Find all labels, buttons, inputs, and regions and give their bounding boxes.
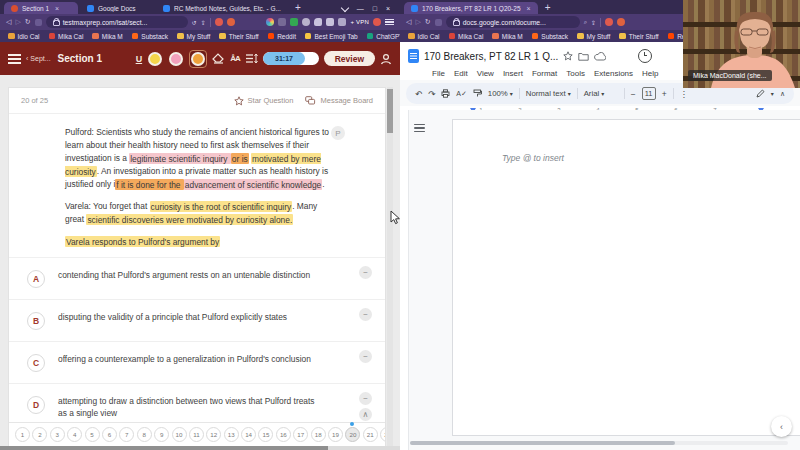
browser-tab[interactable]: Google Docs	[80, 2, 154, 14]
question-number-button[interactable]: 12	[206, 427, 221, 442]
back-icon[interactable]: ◁	[6, 18, 11, 26]
question-number-button[interactable]: 1	[15, 427, 30, 442]
question-number-button[interactable]: 6	[102, 427, 117, 442]
editing-mode-caret-icon[interactable]: ▾	[771, 90, 774, 97]
fox-extension-icon[interactable]	[227, 18, 235, 26]
back-icon[interactable]: ◁	[406, 18, 411, 26]
docs-horizontal-scrollbar-thumb[interactable]	[410, 441, 675, 445]
answer-choice-row[interactable]: Bdisputing the validity of a principle t…	[9, 300, 385, 342]
minimize-icon[interactable]: —	[357, 5, 364, 12]
bookmark-item[interactable]: Mika Cal	[49, 33, 84, 40]
share-icon[interactable]: ⇪	[201, 19, 206, 26]
bookmark-item[interactable]: Their Stuff	[219, 33, 258, 40]
menu-item-insert[interactable]: Insert	[503, 69, 523, 78]
question-number-button[interactable]: 2	[32, 427, 47, 442]
bookmark-item[interactable]: Idio Cal	[408, 33, 440, 40]
menu-item-file[interactable]: File	[432, 69, 445, 78]
bookmark-item[interactable]: Mika M	[492, 33, 522, 40]
question-number-button[interactable]: 15	[258, 427, 273, 442]
back-to-section-link[interactable]: ‹ Sept...	[26, 55, 51, 62]
version-history-icon[interactable]	[638, 49, 652, 63]
browser-menu-icon[interactable]	[385, 17, 394, 27]
passage-flag-badge[interactable]: P	[331, 126, 345, 140]
question-number-button[interactable]: 14	[241, 427, 256, 442]
bookmark-item[interactable]: Best Emoji Tab	[305, 33, 358, 40]
camera-extension-icon[interactable]	[278, 18, 286, 26]
bookmark-item[interactable]: ChatGPT	[367, 33, 400, 40]
address-bar[interactable]: docs.google.com/docume...	[446, 16, 580, 28]
collapse-toolbar-icon[interactable]: ∧	[780, 90, 785, 98]
collapse-choice-button[interactable]: −	[359, 266, 372, 279]
browser-logo-icon[interactable]	[373, 18, 381, 26]
question-number-button[interactable]: 8	[137, 427, 152, 442]
puzzle-extensions-icon[interactable]	[314, 18, 322, 26]
question-number-button[interactable]: 16	[276, 427, 291, 442]
profile-icon[interactable]	[380, 53, 392, 65]
vertical-scrollbar[interactable]	[387, 87, 393, 446]
close-icon[interactable]: ×	[386, 5, 390, 12]
question-number-button[interactable]: 5	[85, 427, 100, 442]
menu-item-extensions[interactable]: Extensions	[594, 69, 633, 78]
line-settings-icon[interactable]	[245, 53, 258, 64]
screenshot-icon[interactable]	[338, 18, 346, 26]
left-horizontal-scrollbar[interactable]	[0, 446, 400, 450]
bookmark-item[interactable]: Substack	[132, 33, 168, 40]
search-icon[interactable]: ⌕	[584, 19, 587, 26]
reload-icon[interactable]: ↻	[25, 18, 31, 26]
bookmark-item[interactable]: Mika M	[92, 33, 122, 40]
increase-font-icon[interactable]: +	[662, 89, 667, 99]
app-menu-icon[interactable]	[8, 52, 21, 66]
highlighter-yellow-button[interactable]	[147, 51, 163, 67]
left-horizontal-scrollbar-thumb[interactable]	[0, 446, 328, 450]
decrease-font-icon[interactable]: −	[631, 89, 636, 99]
print-icon[interactable]	[441, 89, 450, 98]
app-launcher-icon[interactable]	[35, 19, 42, 26]
answer-choice-row[interactable]: Coffering a counterexample to a generali…	[9, 342, 385, 384]
reload-icon[interactable]: ↻	[425, 18, 431, 26]
color-wheel-extension-icon[interactable]	[266, 18, 274, 26]
question-number-button[interactable]: 20	[345, 427, 360, 442]
new-tab-button[interactable]: +	[540, 2, 556, 14]
bookmark-item[interactable]: Idio Cal	[8, 33, 40, 40]
google-docs-icon[interactable]	[408, 49, 419, 63]
review-button[interactable]: Review	[324, 51, 375, 66]
menu-item-tools[interactable]: Tools	[566, 69, 585, 78]
font-size-icon[interactable]: ÅA	[230, 54, 240, 63]
shield-extension-icon[interactable]	[605, 18, 613, 26]
collapse-choice-button[interactable]: −	[359, 308, 372, 321]
question-number-button[interactable]: 19	[328, 427, 343, 442]
toolbar-overflow-icon[interactable]: ⋮	[680, 89, 689, 99]
question-number-button[interactable]: 18	[311, 427, 326, 442]
highlighter-pink-button[interactable]	[168, 51, 184, 67]
bookmark-item[interactable]: Their Stuff	[619, 33, 658, 40]
bookmark-item[interactable]: Reddit	[268, 33, 296, 40]
new-tab-button[interactable]: +	[290, 2, 306, 14]
menu-item-edit[interactable]: Edit	[454, 69, 468, 78]
tab-close-icon[interactable]: ×	[527, 5, 531, 12]
menu-item-view[interactable]: View	[477, 69, 494, 78]
message-board-button[interactable]: Message Board	[305, 96, 373, 106]
question-number-button[interactable]: 7	[119, 427, 134, 442]
question-number-button[interactable]: 9	[154, 427, 169, 442]
history-icon[interactable]: ↺	[192, 19, 197, 26]
question-number-button[interactable]: 3	[50, 427, 65, 442]
collapse-choice-button[interactable]: −	[359, 350, 372, 363]
bookmark-item[interactable]: Mika Cal	[449, 33, 484, 40]
zoom-select[interactable]: 100%▾	[488, 89, 513, 98]
menu-item-format[interactable]: Format	[532, 69, 557, 78]
browser-tab[interactable]: Section 1×	[4, 2, 78, 14]
address-bar[interactable]: testmaxprep.com/lsat/sect...	[46, 16, 188, 28]
vpn-label[interactable]: + VPN	[350, 19, 369, 25]
question-number-button[interactable]: 21	[363, 427, 378, 442]
eraser-icon[interactable]	[212, 53, 225, 64]
sidebar-icon[interactable]	[326, 18, 334, 26]
fox-extension-icon[interactable]	[617, 18, 625, 26]
globe-extension-icon[interactable]	[302, 18, 310, 26]
document-title[interactable]: 170 Breakers, PT 82 LR 1 Q...	[424, 51, 558, 62]
question-number-button[interactable]: 4	[67, 427, 82, 442]
forward-icon[interactable]: ▷	[15, 18, 20, 26]
paragraph-style-select[interactable]: Normal text▾	[526, 89, 571, 98]
document-outline-icon[interactable]	[414, 122, 425, 134]
hide-side-panel-button[interactable]: ‹	[771, 416, 792, 437]
undo-icon[interactable]: ↶	[415, 89, 422, 99]
